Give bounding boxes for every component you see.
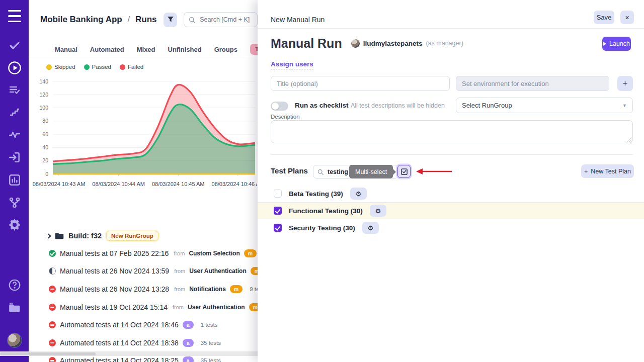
multi-select-icon [400, 168, 408, 175]
plan-label[interactable]: Functional Testing (30) [289, 207, 363, 215]
plan-settings-button[interactable]: ⚙ [370, 205, 386, 217]
run-from-label: from [174, 286, 185, 292]
rungroup-row[interactable]: Build: f32 New RunGroup [29, 227, 258, 244]
runs-tabbar: ManualAutomatedMixedUnfinishedGroups Tr [29, 42, 258, 56]
run-title[interactable]: Manual tests at 07 Feb 2025 22:16 [60, 249, 169, 257]
manager-avatar[interactable] [351, 39, 360, 48]
check-icon[interactable] [0, 39, 29, 51]
runs-panel: Mobile Banking App / Runs × ManualAutoma… [29, 0, 258, 362]
run-title[interactable]: Automated tests at 14 Oct 2024 18:25 [60, 356, 179, 362]
description-textarea[interactable] [271, 120, 633, 143]
tab-automated[interactable]: Automated [90, 46, 124, 53]
filter-button[interactable] [164, 13, 177, 27]
test-plan-row[interactable]: Security Testing (30)⚙ [258, 219, 644, 236]
run-source[interactable]: Notifications [189, 286, 226, 293]
search-input[interactable] [199, 16, 254, 24]
test-plan-row[interactable]: Beta Testing (39)⚙ [258, 185, 644, 202]
horizontal-scrollbar[interactable] [0, 351, 258, 356]
tab-manual[interactable]: Manual [55, 46, 77, 53]
settings-gear-icon[interactable] [0, 218, 29, 232]
run-play-icon[interactable] [0, 61, 29, 75]
close-icon[interactable]: × [620, 11, 634, 24]
chevron-right-icon[interactable] [46, 233, 51, 238]
run-test-count: 35 tests [201, 357, 221, 362]
legend-label: Failed [128, 64, 143, 70]
analytics-icon[interactable] [0, 173, 29, 187]
help-icon[interactable] [0, 279, 29, 292]
scrollbar-thumb[interactable] [0, 352, 96, 355]
app-sidebar [0, 0, 29, 362]
breadcrumb-project[interactable]: Mobile Banking App [40, 15, 122, 24]
multi-select-button[interactable] [397, 165, 411, 178]
tab-unfinished[interactable]: Unfinished [168, 46, 202, 53]
passed-status-icon [49, 250, 56, 257]
run-title[interactable]: Automated tests at 14 Oct 2024 18:46 [60, 321, 179, 329]
run-row[interactable]: Automated tests at 14 Oct 2024 18:38a35 … [29, 334, 258, 352]
tab-mixed[interactable]: Mixed [137, 46, 155, 53]
run-source[interactable]: Custom Selection [189, 250, 239, 257]
user-avatar[interactable] [0, 333, 29, 348]
rungroup-select[interactable]: Select RunGroup ▼ [456, 98, 633, 113]
in_progress-status-icon [49, 267, 56, 275]
assign-users-link[interactable]: Assign users [271, 60, 313, 69]
branch-icon[interactable] [0, 196, 29, 209]
search-icon [317, 169, 324, 175]
run-title[interactable]: Automated tests at 14 Oct 2024 18:38 [60, 339, 179, 347]
svg-text:80: 80 [42, 118, 48, 124]
environment-input[interactable] [456, 76, 609, 91]
import-icon[interactable] [0, 151, 29, 164]
run-title[interactable]: Manual tests at 26 Nov 2024 13:28 [60, 285, 169, 293]
svg-text:120: 120 [39, 92, 48, 98]
plan-settings-button[interactable]: ⚙ [350, 188, 367, 200]
launch-button[interactable]: Launch [602, 37, 631, 51]
run-source[interactable]: User Authentication [189, 267, 247, 275]
menu-icon[interactable] [0, 8, 29, 24]
save-button[interactable]: Save [594, 11, 614, 24]
run-from-label: from [174, 268, 185, 274]
run-title[interactable]: Manual tests at 19 Oct 2024 15:14 [60, 303, 168, 311]
checklist-hint: All test descriptions will be hidden [351, 102, 445, 109]
checklist-icon[interactable] [0, 84, 29, 96]
svg-text:08/03/2024 10:44 AM: 08/03/2024 10:44 AM [92, 181, 145, 187]
multi-select-tooltip: Multi-select [349, 165, 393, 178]
tab-groups[interactable]: Groups [214, 46, 237, 53]
tab-trash[interactable]: Tr [250, 44, 258, 55]
plan-label[interactable]: Security Testing (30) [289, 224, 355, 232]
breadcrumb-current: Runs [135, 15, 157, 24]
plan-settings-button[interactable]: ⚙ [362, 222, 379, 234]
activity-icon[interactable] [0, 129, 29, 141]
svg-text:100: 100 [39, 105, 48, 111]
svg-text:40: 40 [42, 144, 48, 150]
new-test-plan-button[interactable]: + New Test Plan [581, 164, 634, 178]
run-row[interactable]: Manual tests at 26 Nov 2024 13:59fromUse… [29, 262, 258, 281]
run-title-input[interactable] [271, 76, 450, 91]
run-type-badge: m [249, 303, 258, 311]
run-row[interactable]: Manual tests at 19 Oct 2024 15:14fromUse… [29, 298, 258, 316]
run-source[interactable]: User Authentication [188, 304, 245, 311]
run-row[interactable]: Automated tests at 14 Oct 2024 18:46a1 t… [29, 316, 258, 334]
divider [29, 57, 258, 57]
modal-title: New Manual Run [271, 16, 325, 24]
rungroup-label[interactable]: Build: f32 [68, 232, 102, 240]
plus-icon: + [584, 168, 588, 175]
run-as-checklist-toggle[interactable] [271, 102, 288, 111]
manager-name[interactable]: liudmylastepanets [363, 40, 423, 47]
run-row[interactable]: Manual tests at 07 Feb 2025 22:16fromCus… [29, 244, 258, 262]
breadcrumb: Mobile Banking App / Runs [40, 15, 156, 25]
legend-label: Passed [92, 64, 111, 70]
failed-status-icon [49, 357, 56, 362]
add-environment-button[interactable]: + [617, 76, 633, 91]
projects-folder-icon[interactable] [0, 301, 29, 314]
svg-text:60: 60 [42, 131, 48, 137]
run-row[interactable]: Manual tests at 26 Nov 2024 13:28fromNot… [29, 280, 258, 298]
plan-label[interactable]: Beta Testing (39) [289, 190, 343, 198]
test-plan-row[interactable]: Functional Testing (30)⚙ [258, 202, 644, 219]
plan-checkbox[interactable] [274, 224, 282, 232]
steps-icon[interactable] [0, 106, 29, 118]
plan-checkbox[interactable] [274, 207, 282, 215]
run-test-count: 9 tests [250, 286, 258, 292]
run-title[interactable]: Manual tests at 26 Nov 2024 13:59 [60, 267, 169, 275]
failed-status-icon [49, 286, 56, 293]
resize-grip-icon[interactable] [627, 138, 631, 142]
plan-checkbox[interactable] [274, 190, 282, 198]
